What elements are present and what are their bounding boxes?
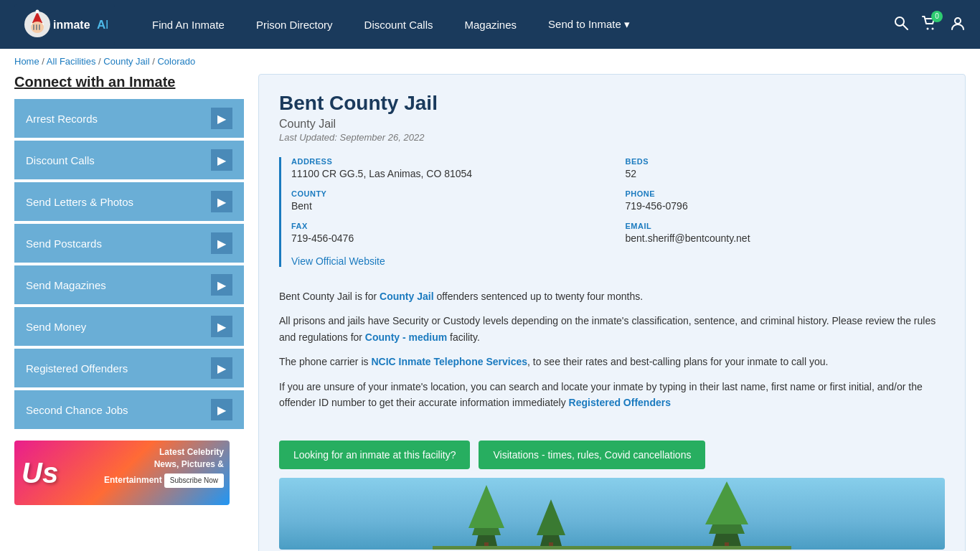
sidebar-item-send-postcards[interactable]: Send Postcards ▶ [14, 224, 244, 263]
main-header: inmate AID Find An Inmate Prison Directo… [0, 0, 980, 49]
facility-updated: Last Updated: September 26, 2022 [279, 132, 945, 143]
sidebar-item-discount-calls[interactable]: Discount Calls ▶ [14, 141, 244, 179]
desc-paragraph-3: The phone carrier is NCIC Inmate Telepho… [279, 354, 945, 369]
sidebar-item-label: Send Magazines [26, 279, 106, 291]
county-medium-link[interactable]: County - medium [365, 331, 447, 343]
svg-rect-26 [433, 546, 791, 550]
ad-brand-logo: Us [22, 457, 58, 489]
info-grid: ADDRESS 11100 CR GG.5, Las Animas, CO 81… [291, 157, 945, 244]
sidebar-item-label: Send Money [26, 321, 86, 333]
breadcrumb-all-facilities[interactable]: All Facilities [47, 56, 96, 67]
beds-block: BEDS 52 [626, 157, 946, 179]
logo-svg: inmate AID [22, 9, 108, 39]
nav-find-inmate[interactable]: Find An Inmate [136, 0, 240, 49]
facility-card: Bent County Jail County Jail Last Update… [258, 74, 966, 551]
facility-photo [279, 478, 945, 550]
county-label: COUNTY [291, 189, 611, 198]
facility-photo-svg [433, 478, 791, 550]
sidebar-arrow: ▶ [211, 232, 232, 254]
svg-marker-20 [537, 499, 565, 535]
sidebar-arrow: ▶ [211, 316, 232, 337]
sidebar-item-label: Registered Offenders [26, 362, 128, 375]
county-value: Bent [291, 200, 611, 212]
sidebar-item-label: Send Postcards [26, 237, 102, 250]
address-block: ADDRESS 11100 CR GG.5, Las Animas, CO 81… [291, 157, 611, 179]
sidebar: Connect with an Inmate Arrest Records ▶ … [14, 74, 244, 551]
sidebar-title: Connect with an Inmate [14, 74, 244, 90]
sidebar-item-arrest-records[interactable]: Arrest Records ▶ [14, 99, 244, 138]
desc-paragraph-1: Bent County Jail is for County Jail offe… [279, 288, 945, 304]
breadcrumb: Home / All Facilities / County Jail / Co… [0, 49, 980, 74]
county-block: COUNTY Bent [291, 189, 611, 212]
sidebar-item-registered-offenders[interactable]: Registered Offenders ▶ [14, 349, 244, 387]
cart-badge: 0 [931, 11, 943, 22]
desc-paragraph-2: All prisons and jails have Security or C… [279, 313, 945, 345]
sidebar-item-send-money[interactable]: Send Money ▶ [14, 307, 244, 346]
desc-paragraph-4: If you are unsure of your inmate's locat… [279, 379, 945, 411]
svg-point-12 [927, 27, 929, 29]
sidebar-menu: Arrest Records ▶ Discount Calls ▶ Send L… [14, 99, 244, 429]
county-jail-link[interactable]: County Jail [380, 291, 433, 302]
svg-marker-24 [705, 481, 748, 524]
sidebar-item-label: Second Chance Jobs [26, 404, 128, 416]
main-nav: Find An Inmate Prison Directory Discount… [136, 0, 894, 49]
breadcrumb-state[interactable]: Colorado [157, 56, 195, 67]
cart-icon[interactable]: 0 [921, 15, 937, 34]
visitations-btn[interactable]: Visitations - times, rules, Covid cancel… [479, 441, 705, 469]
registered-offenders-link[interactable]: Registered Offenders [569, 397, 671, 408]
fax-label: FAX [291, 222, 611, 230]
ad-banner[interactable]: Us Latest CelebrityNews, Pictures &Enter… [14, 441, 230, 505]
breadcrumb-home[interactable]: Home [14, 56, 39, 67]
sidebar-item-label: Send Letters & Photos [26, 196, 133, 208]
description-section: Bent County Jail is for County Jail offe… [279, 278, 945, 429]
view-website-link[interactable]: View Official Website [291, 255, 385, 267]
svg-line-11 [903, 25, 908, 29]
logo-box: inmate AID [14, 4, 115, 45]
sidebar-arrow: ▶ [211, 399, 232, 420]
nav-magazines[interactable]: Magazines [448, 0, 532, 49]
search-icon[interactable] [894, 16, 908, 34]
sidebar-arrow: ▶ [211, 191, 232, 212]
sidebar-item-send-magazines[interactable]: Send Magazines ▶ [14, 265, 244, 304]
address-value: 11100 CR GG.5, Las Animas, CO 81054 [291, 168, 611, 179]
phone-label: PHONE [626, 189, 946, 198]
facility-divider: ADDRESS 11100 CR GG.5, Las Animas, CO 81… [279, 157, 945, 267]
svg-text:inmate: inmate [53, 19, 90, 31]
sidebar-item-second-chance-jobs[interactable]: Second Chance Jobs ▶ [14, 390, 244, 429]
svg-rect-5 [33, 24, 34, 30]
svg-point-10 [895, 17, 904, 26]
facility-type: County Jail [279, 118, 945, 131]
logo-area[interactable]: inmate AID [14, 4, 115, 45]
main-layout: Connect with an Inmate Arrest Records ▶ … [0, 74, 980, 551]
sidebar-arrow: ▶ [211, 149, 232, 171]
sidebar-arrow: ▶ [211, 274, 232, 296]
phone-value: 719-456-0796 [626, 200, 946, 212]
svg-marker-17 [468, 485, 504, 528]
svg-point-13 [932, 27, 934, 29]
svg-rect-6 [36, 24, 37, 30]
breadcrumb-county-jail[interactable]: County Jail [103, 56, 149, 67]
sidebar-arrow: ▶ [211, 108, 232, 129]
svg-rect-7 [39, 24, 40, 30]
nav-send-to-inmate[interactable]: Send to Inmate ▾ [532, 0, 646, 49]
facility-name: Bent County Jail [279, 92, 945, 115]
ncic-link[interactable]: NCIC Inmate Telephone Services [371, 356, 527, 367]
svg-text:AID: AID [97, 18, 108, 32]
email-label: EMAIL [626, 222, 946, 230]
phone-block: PHONE 719-456-0796 [626, 189, 946, 212]
header-icons: 0 [894, 15, 966, 34]
beds-label: BEDS [626, 157, 946, 166]
sidebar-item-label: Discount Calls [26, 154, 95, 166]
email-value: bent.sheriff@bentcounty.net [626, 232, 946, 244]
sidebar-item-send-letters[interactable]: Send Letters & Photos ▶ [14, 182, 244, 221]
nav-discount-calls[interactable]: Discount Calls [349, 0, 449, 49]
user-icon[interactable] [950, 15, 966, 34]
fax-block: FAX 719-456-0476 [291, 222, 611, 244]
ad-content: Latest CelebrityNews, Pictures &Entertai… [104, 446, 224, 488]
ad-subscribe-button[interactable]: Subscribe Now [164, 474, 224, 488]
svg-point-14 [955, 18, 961, 24]
svg-point-3 [36, 9, 39, 13]
nav-prison-directory[interactable]: Prison Directory [240, 0, 349, 49]
sidebar-arrow: ▶ [211, 357, 232, 379]
find-inmate-btn[interactable]: Looking for an inmate at this facility? [279, 441, 470, 469]
